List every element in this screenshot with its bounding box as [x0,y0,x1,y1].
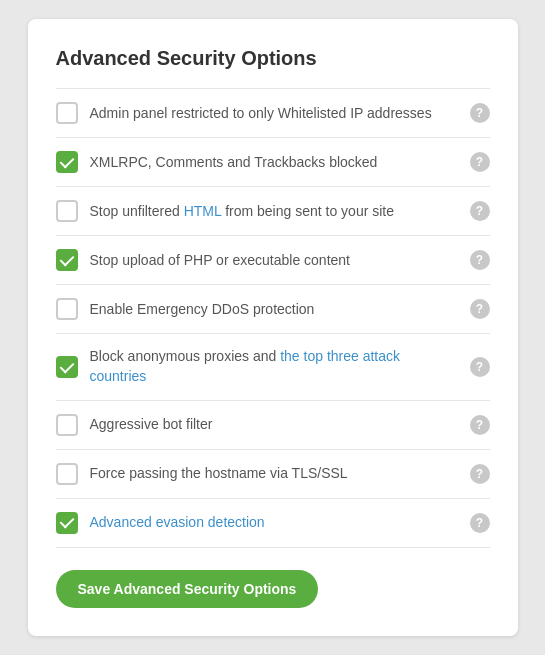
checkbox-opt4[interactable] [56,249,78,271]
option-label-opt4: Stop upload of PHP or executable content [90,251,460,271]
checkbox-opt3[interactable] [56,200,78,222]
option-row: Stop upload of PHP or executable content… [56,236,490,285]
link-text: Advanced evasion detection [90,514,265,530]
help-icon-opt2[interactable]: ? [470,152,490,172]
option-label-opt1: Admin panel restricted to only Whitelist… [90,104,460,124]
help-icon-opt1[interactable]: ? [470,103,490,123]
checkbox-opt5[interactable] [56,298,78,320]
options-list: Admin panel restricted to only Whitelist… [56,88,490,547]
option-label-opt7: Aggressive bot filter [90,415,460,435]
option-label-opt2: XMLRPC, Comments and Trackbacks blocked [90,153,460,173]
link-text: HTML [184,203,222,219]
option-label-opt5: Enable Emergency DDoS protection [90,300,460,320]
checkbox-opt6[interactable] [56,356,78,378]
help-icon-opt5[interactable]: ? [470,299,490,319]
help-icon-opt4[interactable]: ? [470,250,490,270]
checkbox-opt2[interactable] [56,151,78,173]
page-title: Advanced Security Options [56,47,490,70]
option-row: Block anonymous proxies and the top thre… [56,334,490,400]
option-row: Aggressive bot filter? [56,401,490,450]
checkbox-opt7[interactable] [56,414,78,436]
option-label-opt3: Stop unfiltered HTML from being sent to … [90,202,460,222]
help-icon-opt7[interactable]: ? [470,415,490,435]
option-row: Admin panel restricted to only Whitelist… [56,89,490,138]
option-row: Advanced evasion detection? [56,499,490,548]
advanced-security-card: Advanced Security Options Admin panel re… [28,19,518,635]
option-row: Force passing the hostname via TLS/SSL? [56,450,490,499]
option-row: Stop unfiltered HTML from being sent to … [56,187,490,236]
checkbox-opt9[interactable] [56,512,78,534]
save-button[interactable]: Save Advanced Security Options [56,570,319,608]
option-row: Enable Emergency DDoS protection? [56,285,490,334]
checkbox-opt8[interactable] [56,463,78,485]
help-icon-opt9[interactable]: ? [470,513,490,533]
link-text: the top three attack countries [90,348,401,384]
option-label-opt8: Force passing the hostname via TLS/SSL [90,464,460,484]
help-icon-opt8[interactable]: ? [470,464,490,484]
help-icon-opt6[interactable]: ? [470,357,490,377]
checkbox-opt1[interactable] [56,102,78,124]
help-icon-opt3[interactable]: ? [470,201,490,221]
option-row: XMLRPC, Comments and Trackbacks blocked? [56,138,490,187]
option-label-opt6: Block anonymous proxies and the top thre… [90,347,460,386]
option-label-opt9: Advanced evasion detection [90,513,460,533]
